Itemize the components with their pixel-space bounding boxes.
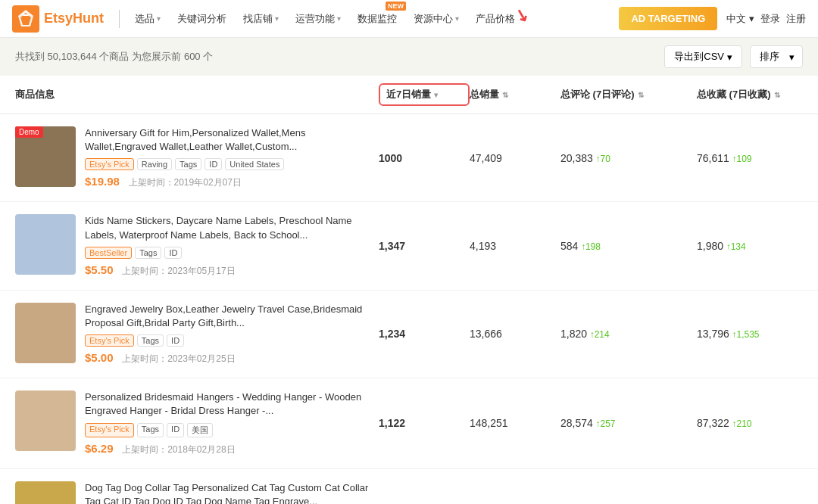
nav-item-keywords[interactable]: 关键词分析 (170, 8, 234, 30)
header: EtsyHunt ↘ 选品 ▾ 关键词分析 找店铺 ▾ 运营功能 ▾ NEW 数… (0, 0, 818, 38)
product-tag: Tags (135, 247, 161, 259)
nav-item-shops[interactable]: 找店铺 ▾ (236, 8, 286, 30)
total-sales-value: 13,666 (470, 328, 560, 340)
product-image[interactable] (15, 481, 76, 505)
product-price: $6.29 (85, 442, 114, 455)
logo-icon (12, 5, 39, 33)
dropdown-arrow-icon: ▾ (727, 51, 732, 63)
logo[interactable]: EtsyHunt (12, 5, 104, 33)
product-price-date: $5.50 上架时间：2023年05月17日 (85, 263, 379, 278)
favorites-cell: 1,980 ↑134 (697, 240, 818, 252)
product-tag: Tags (137, 423, 164, 437)
demo-badge: Demo (15, 126, 43, 138)
col-week-sales[interactable]: 近7日销量 ▾ (379, 83, 470, 106)
favorites-up: ↑210 (732, 418, 751, 429)
product-info: Engraved Jewelry Box,Leather Jewelry Tra… (85, 303, 379, 366)
favorites-value: 13,796 (697, 328, 729, 340)
sort-icon: ▾ (434, 91, 438, 99)
export-csv-button[interactable]: 导出到CSV ▾ (664, 45, 742, 68)
reviews-up: ↑214 (590, 329, 610, 340)
col-reviews[interactable]: 总评论 (7日评论) ⇅ (560, 88, 697, 101)
col-total-sales[interactable]: 总销量 ⇅ (470, 88, 560, 101)
col-favorites[interactable]: 总收藏 (7日收藏) ⇅ (697, 88, 818, 101)
lang-arrow: ▾ (749, 13, 754, 24)
language-selector[interactable]: 中文 ▾ (726, 12, 754, 26)
product-tags: BestSellerTagsID (85, 247, 379, 259)
nav-item-monitoring[interactable]: NEW 数据监控 (350, 8, 404, 30)
reviews-cell: 20,383 ↑70 (560, 152, 697, 164)
product-price-date: $5.00 上架时间：2023年02月25日 (85, 351, 379, 366)
reviews-cell: 28,574 ↑257 (560, 417, 697, 429)
dropdown-arrow: ▾ (275, 14, 279, 23)
favorites-up: ↑1,535 (732, 329, 759, 340)
ad-targeting-button[interactable]: AD TARGETING (619, 7, 717, 30)
info-bar: 共找到 50,103,644 个商品 为您展示前 600 个 导出到CSV ▾ … (0, 38, 818, 76)
svg-rect-3 (23, 14, 29, 16)
product-image[interactable] (15, 303, 76, 363)
header-right: 中文 ▾ 登录 注册 (726, 12, 806, 26)
favorites-value: 1,980 (697, 240, 723, 252)
nav-item-operations[interactable]: 运营功能 ▾ (288, 8, 348, 30)
product-tag: ID (167, 423, 184, 437)
found-count: 共找到 50,103,644 个商品 (15, 50, 129, 64)
table-header: 商品信息 近7日销量 ▾ 总销量 ⇅ 总评论 (7日评论) ⇅ 总收藏 (7日收… (0, 76, 818, 114)
sort-arrow-icon: ▾ (789, 51, 795, 63)
total-sales-value: 148,251 (470, 417, 560, 429)
week-sales-value: 1000 (379, 152, 470, 164)
sort-icon: ⇅ (502, 91, 508, 99)
new-badge: NEW (386, 2, 406, 11)
week-sales-value: 1,234 (379, 328, 470, 340)
reviews-up: ↑198 (581, 241, 601, 252)
info-bar-right: 导出到CSV ▾ 排序 ▾ (664, 45, 803, 68)
product-tag: ID (164, 247, 182, 259)
table-row: Kids Name Stickers, Daycare Name Labels,… (0, 202, 818, 290)
product-title[interactable]: Anniversary Gift for Him,Personalized Wa… (85, 126, 379, 154)
sort-button[interactable]: 排序 ▾ (750, 45, 803, 68)
product-tag: ID (204, 158, 222, 170)
product-tag: United States (225, 158, 284, 170)
total-sales-value: 4,193 (470, 240, 560, 252)
register-link[interactable]: 注册 (786, 12, 806, 26)
nav-divider (119, 10, 120, 28)
product-date: 上架时间：2018年02月28日 (122, 444, 235, 455)
product-tag: Tags (175, 158, 201, 170)
info-bar-left: 共找到 50,103,644 个商品 为您展示前 600 个 (15, 50, 213, 64)
product-price: $5.50 (85, 263, 114, 276)
product-title[interactable]: Kids Name Stickers, Daycare Name Labels,… (85, 214, 379, 241)
dropdown-arrow: ▾ (337, 14, 341, 23)
product-image[interactable] (15, 390, 76, 451)
product-tags: Etsy's PickTagsID (85, 334, 379, 347)
nav-item-products[interactable]: 选品 ▾ (127, 8, 168, 30)
product-tag: Etsy's Pick (85, 158, 134, 170)
product-tags: Etsy's PickTagsID美国 (85, 423, 379, 437)
col-product-info: 商品信息 (15, 88, 379, 101)
product-title[interactable]: Personalized Bridesmaid Hangers - Weddin… (85, 390, 379, 418)
product-price-date: $19.98 上架时间：2019年02月07日 (85, 175, 379, 189)
product-tag: ID (167, 334, 184, 347)
product-date: 上架时间：2023年02月25日 (122, 353, 235, 364)
product-tag: Tags (137, 334, 164, 347)
product-title[interactable]: Engraved Jewelry Box,Leather Jewelry Tra… (85, 303, 379, 330)
showing-count: 为您展示前 600 个 (132, 50, 213, 64)
reviews-value: 584 (560, 240, 578, 252)
product-cell: Kids Name Stickers, Daycare Name Labels,… (15, 214, 379, 277)
product-info: Dog Tag Dog Collar Tag Personalized Cat … (85, 481, 379, 505)
product-price: $5.00 (85, 351, 114, 364)
product-tag: BestSeller (85, 247, 132, 259)
table-row: Personalized Bridesmaid Hangers - Weddin… (0, 378, 818, 468)
reviews-up: ↑257 (595, 418, 615, 429)
product-price: $19.98 (85, 175, 120, 188)
reviews-value: 20,383 (560, 152, 593, 164)
nav-item-pricing[interactable]: 产品价格 (468, 8, 523, 30)
product-table: 商品信息 近7日销量 ▾ 总销量 ⇅ 总评论 (7日评论) ⇅ 总收藏 (7日收… (0, 76, 818, 504)
favorites-value: 76,611 (697, 152, 729, 164)
product-cell: Engraved Jewelry Box,Leather Jewelry Tra… (15, 303, 379, 366)
product-image[interactable] (15, 214, 76, 275)
reviews-cell: 1,820 ↑214 (560, 328, 697, 340)
login-link[interactable]: 登录 (760, 12, 780, 26)
total-sales-value: 47,409 (470, 152, 560, 164)
product-tag: Raving (137, 158, 172, 170)
product-title[interactable]: Dog Tag Dog Collar Tag Personalized Cat … (85, 481, 379, 505)
reviews-cell: 584 ↑198 (560, 240, 697, 252)
nav-item-resources[interactable]: 资源中心 ▾ (406, 8, 467, 30)
